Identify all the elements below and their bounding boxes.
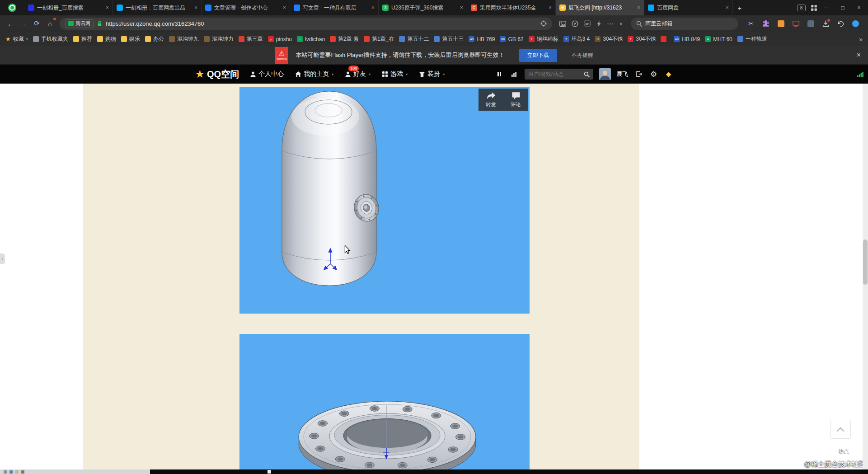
undo-icon[interactable] [836,19,845,28]
bookmarks-overflow-icon[interactable]: » [859,36,863,43]
bookmark-item[interactable]: T 环岛3 4 [563,35,590,43]
bookmark-item[interactable]: 第三章 [239,35,263,43]
lightning-icon[interactable] [596,21,601,27]
browser-search[interactable] [631,18,738,30]
avatar[interactable] [599,68,611,80]
bookmark-item[interactable]: 第五十三 [434,35,464,43]
on-badge-icon[interactable]: on [584,20,591,27]
back-to-top-button[interactable] [830,420,851,439]
qzone-search[interactable] [525,69,593,80]
tab-360-search[interactable]: 3 U235原子弹_360搜索 × [379,0,467,15]
bookmark-item[interactable]: HB HB 849 [674,36,700,42]
bookmark-item[interactable]: 第1章_在 [364,35,394,43]
bookmark-item[interactable]: HB HB 769 [469,36,495,42]
bookmark-favorites[interactable]: ★ 收藏 ▾ [5,35,28,43]
download-icon[interactable] [821,19,830,28]
address-field[interactable]: 腾讯网 https://user.qzone.qq.com/316234760 [60,18,552,30]
more-icon[interactable]: ⋯ [607,19,614,28]
bookmark-item[interactable]: 第2章 素 [330,35,359,43]
sidebar-expander[interactable]: › [0,253,5,264]
bookmark-item[interactable]: 混沌钟力 [204,35,234,43]
tab-csdn-u235[interactable]: C 采用两块半球体U235金 × [467,0,556,15]
bookmark-item[interactable]: 办公 [145,35,164,43]
forward-button[interactable]: → [18,18,30,30]
close-button[interactable]: × [851,0,867,15]
bookmark-item[interactable]: GB GB 62 [500,36,523,42]
bookmark-item[interactable]: 第五十二 [399,35,429,43]
username[interactable]: 展飞 [617,70,629,78]
comment-button[interactable]: 评论 [503,89,528,111]
hot-label[interactable]: 热点 [838,448,849,455]
home-button[interactable]: ⌂ [44,18,56,30]
taskbar-app-icon[interactable] [267,470,271,474]
nav-friends[interactable]: 100 好友 ▾ [345,70,371,78]
alipay-icon[interactable] [776,19,785,28]
scrollbar-thumb[interactable] [863,239,868,285]
tab-creator-center[interactable]: 文章管理 - 创作者中心 × [202,0,290,15]
tab-qzone-active[interactable]: ★ 展飞空间 [http://31623 × [556,0,644,15]
browser-search-input[interactable] [645,20,733,27]
tab-close-icon[interactable]: × [106,5,109,11]
extensions-puzzle-icon[interactable] [761,19,770,28]
refresh-button[interactable]: ⟳ [31,18,43,30]
tab-close-icon[interactable]: × [460,5,463,11]
tab-close-icon[interactable]: × [549,5,552,11]
bookmark-item[interactable]: T 304不锈 [628,35,656,43]
bookmark-item[interactable]: JS 304不锈 [595,35,623,43]
tab-baidu-search[interactable]: 一刻相册_百度搜索 × [24,0,113,15]
logout-icon[interactable] [634,70,643,79]
tab-write-article[interactable]: 写文章 - 一种具有双层 × [290,0,379,15]
tab-count-badge[interactable]: 8 [797,5,806,11]
bookmark-item[interactable] [661,36,669,42]
bookmark-item[interactable]: 购物 [97,35,116,43]
dropdown-chevron-icon[interactable]: ∨ [619,21,623,26]
settings-gear-icon[interactable]: ⚙ [649,70,658,79]
pause-icon[interactable] [495,70,504,79]
maximize-button[interactable]: □ [835,0,851,15]
screen-tv-icon[interactable] [791,19,800,28]
tab-close-icon[interactable]: × [726,5,729,11]
stats-icon[interactable] [510,70,519,79]
yellow-diamond-icon[interactable]: ◆ [664,70,673,79]
bookmark-item[interactable]: M MHT 60 [705,36,732,42]
qzone-search-input[interactable] [528,71,581,77]
bookmark-item[interactable]: 混沌钟九 [169,35,199,43]
tab-close-icon[interactable]: × [194,5,197,11]
back-button[interactable]: ← [5,18,17,30]
nav-my-home[interactable]: 我的主页 ▾ [295,70,333,78]
scissors-icon[interactable]: ✂ [746,19,755,28]
warning-close-icon[interactable]: × [857,51,861,59]
scrollbar[interactable] [863,84,868,469]
tab-baidu-netdisk[interactable]: 百度网盘 × [644,0,733,15]
post-image-flange[interactable] [239,334,530,469]
tab-close-icon[interactable]: × [283,5,286,11]
crosshair-icon[interactable] [540,20,547,27]
photo-icon[interactable] [559,21,566,27]
bookmark-item[interactable]: 娱乐 [121,35,140,43]
compass-icon[interactable] [572,20,578,27]
bookmark-item[interactable]: 一种轨道 [737,35,767,43]
minimize-button[interactable]: ─ [818,0,835,15]
download-flash-button[interactable]: 立即下载 [519,49,557,62]
browser-logo-icon[interactable] [0,0,24,15]
bookmark-item[interactable]: l lvdichan [297,36,325,42]
tab-close-icon[interactable]: × [637,5,640,11]
update-icon[interactable] [851,19,860,28]
url-text[interactable]: https://user.qzone.qq.com/316234760 [106,20,204,27]
nav-games[interactable]: 游戏 ▾ [382,70,408,78]
post-image-tank[interactable]: 转发 评论 [239,87,530,314]
tab-yike-xiangce[interactable]: 一刻相册：百度网盘出品 × [113,0,202,15]
bookmark-item[interactable]: 手机收藏夹 [33,35,68,43]
bookmark-item[interactable]: T 钢丝绳标 [529,35,558,43]
nav-dress[interactable]: 装扮 ▾ [419,70,445,78]
forward-button[interactable]: 转发 [479,89,503,111]
nav-personal-center[interactable]: 个人中心 [250,70,284,78]
bookmark-item[interactable]: p pinshu [268,36,292,42]
bookmark-item[interactable]: 推荐 [73,35,92,43]
dismiss-warning-button[interactable]: 不再提醒 [572,52,593,59]
tab-close-icon[interactable]: × [371,5,375,11]
site-badge[interactable]: 腾讯网 [65,19,94,28]
plugin-icon[interactable] [806,19,815,28]
qzone-logo[interactable]: ★ QQ空间 [195,68,239,80]
new-tab-button[interactable]: + [733,0,746,15]
